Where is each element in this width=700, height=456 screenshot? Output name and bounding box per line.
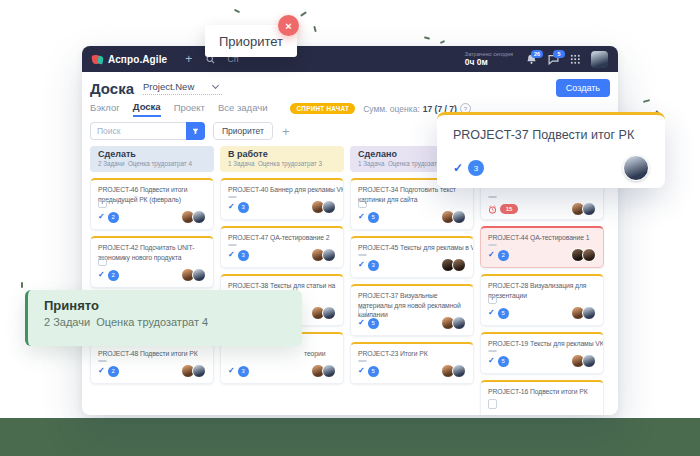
avatar	[322, 364, 336, 378]
check-icon: ✓	[358, 367, 365, 375]
avatar-group	[184, 364, 206, 378]
tab-board[interactable]: Доска	[133, 101, 161, 117]
points-badge: 2	[108, 212, 119, 223]
chevron-down-icon	[212, 82, 219, 89]
tab-backlog[interactable]: Бэклог	[90, 102, 120, 116]
kanban-card[interactable]: PROJECT-45 Тексты для рекламы в VK✓3	[350, 236, 474, 278]
points-badge: 5	[368, 366, 379, 377]
avatar	[582, 354, 596, 368]
filter-button[interactable]	[186, 122, 205, 140]
accepted-meta: 2 Задачи Оценка трудозатрат 4	[44, 316, 286, 328]
card-footer: ✓5	[488, 306, 596, 320]
avatar-group	[574, 202, 596, 216]
kanban-card[interactable]: PROJECT-23 Итоги РК✓5	[350, 342, 474, 384]
bell-badge: 26	[531, 50, 543, 58]
points-badge: 5	[368, 318, 379, 329]
card-footer: ✓3	[228, 200, 336, 214]
avatar	[322, 248, 336, 262]
create-button[interactable]: Создать	[556, 79, 610, 97]
search-input[interactable]	[90, 122, 186, 140]
avatar	[582, 306, 596, 320]
avatar-group	[314, 364, 336, 378]
tab-project[interactable]: Проект	[174, 102, 205, 116]
kanban-card[interactable]: PROJECT-16 Подвести итоги РК	[480, 380, 604, 415]
decor-speck	[440, 40, 445, 44]
kanban-card[interactable]: PROJECT-19 Тексты для рекламы VK✓5	[480, 332, 604, 374]
subtasks-icon	[358, 360, 367, 362]
card-title: PROJECT-46 Подвести итоги предыдущей РК …	[98, 185, 206, 198]
subtasks-icon	[488, 350, 497, 352]
check-icon: ✓	[488, 251, 495, 259]
avatar-group	[574, 354, 596, 368]
avatar	[192, 210, 206, 224]
card-title: PROJECT-28 Визуализация для презентации	[488, 281, 596, 294]
avatar-group	[444, 364, 466, 378]
card-footer: ✓3	[228, 364, 336, 378]
column-header: В работе1 Задача Оценка трудозатрат 3	[220, 146, 344, 172]
card-footer: ✓2	[98, 210, 206, 224]
avatar	[623, 155, 649, 181]
priority-filter-chip[interactable]: Приоритет	[213, 122, 273, 140]
card-title: PROJECT-44 QA-тестирование 1	[488, 233, 596, 242]
add-filter-icon[interactable]: +	[282, 125, 290, 138]
kanban-card[interactable]: PROJECT-48 Подвести итоги РК✓2	[90, 342, 214, 384]
column-title: В работе	[228, 149, 336, 160]
page-bottom-band	[0, 418, 700, 456]
card-footer: ✓2	[98, 268, 206, 282]
card-title: PROJECT-37 Визуальные материалы для ново…	[358, 291, 466, 306]
messages-icon[interactable]: 5	[548, 54, 559, 65]
points-badge: 2	[498, 250, 509, 261]
page: Аспро.Agile + Сп Затрачено сегодня 0ч 0м…	[0, 0, 700, 456]
kanban-card[interactable]: PROJECT-28 Визуализация для презентации✓…	[480, 274, 604, 326]
subtasks-icon	[228, 196, 237, 198]
decor-speck	[313, 26, 316, 32]
messages-badge: 5	[553, 50, 565, 58]
card-footer: ✓3	[228, 248, 336, 262]
card-title: PROJECT-16 Подвести итоги РК	[488, 387, 596, 397]
brand-name: Аспро.Agile	[108, 54, 167, 65]
card-title: PROJECT-40 Баннер для рекламы VK	[228, 185, 336, 194]
subtasks-icon	[98, 360, 107, 362]
avatar	[452, 210, 466, 224]
brand-logo-icon	[92, 54, 103, 65]
kanban-card[interactable]: PROJECT-44 QA-тестирование 1✓2	[480, 226, 604, 268]
check-icon: ✓	[488, 357, 495, 365]
board-name: Project.New	[143, 81, 194, 92]
avatar	[322, 306, 336, 320]
check-icon: ✓	[98, 213, 105, 221]
board-select[interactable]: Project.New	[143, 81, 222, 95]
summary-label: Сумм. оценка:	[363, 104, 420, 114]
subtasks-icon	[98, 200, 107, 208]
column-title: Сделать	[98, 149, 206, 160]
kanban-card[interactable]: PROJECT-46 Подвести итоги предыдущей РК …	[90, 178, 214, 230]
avatar-group	[184, 210, 206, 224]
user-avatar[interactable]	[591, 51, 608, 68]
decor-speck	[300, 11, 307, 17]
subtasks-icon	[358, 308, 367, 314]
task-card-popup[interactable]: PROJECT-37 Подвести итог РК ✓ 3	[437, 112, 665, 188]
kanban-card[interactable]: PROJECT-42 Подсчитать UNIT-экономику нов…	[90, 236, 214, 288]
tab-all-tasks[interactable]: Все задачи	[218, 102, 268, 116]
check-icon: ✓	[228, 203, 235, 211]
card-footer: 15	[488, 200, 596, 218]
add-icon[interactable]: +	[185, 53, 192, 65]
card-footer: ✓5	[488, 354, 596, 368]
check-icon: ✓	[358, 261, 365, 269]
points-badge: 2	[108, 366, 119, 377]
points-badge: 3	[468, 160, 484, 176]
card-footer: ✓5	[358, 316, 466, 330]
close-icon[interactable]: ×	[278, 15, 299, 36]
avatar-group	[444, 210, 466, 224]
kanban-column: Сделать2 Задачи Оценка трудозатрат 4PROJ…	[90, 146, 214, 390]
check-icon: ✓	[98, 367, 105, 375]
funnel-icon	[192, 127, 199, 136]
kanban-card[interactable]: PROJECT-47 QA-тестирование 2✓3	[220, 226, 344, 268]
apps-grid-icon[interactable]	[570, 54, 580, 64]
avatar	[582, 202, 596, 216]
kanban-card[interactable]: PROJECT-37 Визуальные материалы для ново…	[350, 284, 474, 336]
check-icon: ✓	[228, 251, 235, 259]
subtasks-icon	[488, 196, 497, 198]
notifications-bell-icon[interactable]: 26	[526, 54, 537, 65]
kanban-card[interactable]: PROJECT-40 Баннер для рекламы VK✓3	[220, 178, 344, 220]
avatar-group	[574, 306, 596, 320]
